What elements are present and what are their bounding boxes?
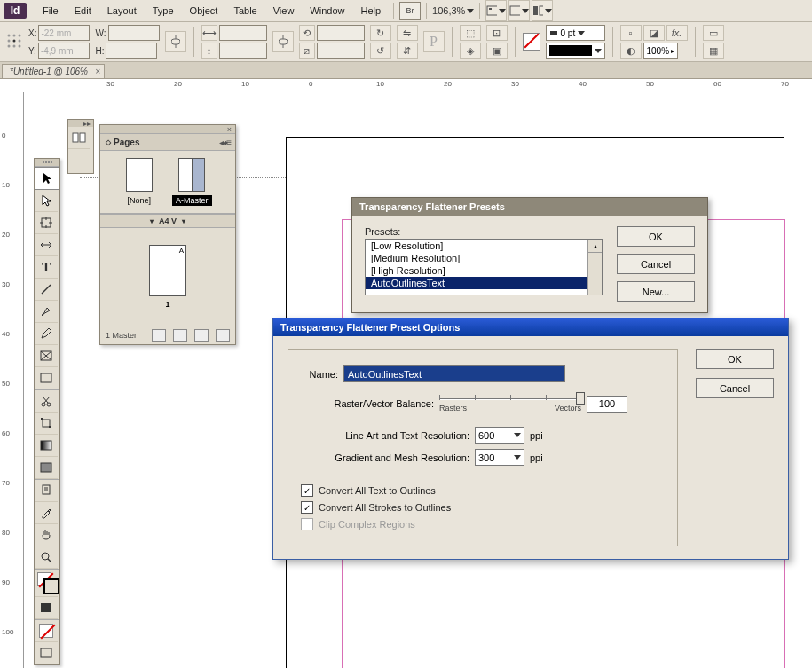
select-container-icon[interactable]: ⬚ (460, 25, 481, 41)
rotate-cw-icon[interactable]: ↻ (370, 25, 391, 41)
fx-icon[interactable]: ▫ (620, 25, 642, 41)
dialog-title[interactable]: Transparency Flattener Presets (352, 198, 707, 216)
pages-separator[interactable]: ▾ A4 V ▾ (100, 214, 235, 228)
menu-layout[interactable]: Layout (100, 3, 144, 19)
trash-icon[interactable] (216, 329, 230, 342)
pencil-tool[interactable] (35, 323, 58, 345)
convert-strokes-checkbox[interactable]: ✓Convert All Strokes to Outlines (301, 501, 665, 514)
close-icon[interactable]: × (95, 67, 100, 76)
scale-x-field[interactable] (219, 25, 267, 41)
cancel-button[interactable]: Cancel (617, 254, 695, 274)
menu-file[interactable]: File (35, 3, 66, 19)
gradient-swatch-tool[interactable] (35, 435, 58, 457)
scissors-tool[interactable] (35, 390, 58, 413)
menu-edit[interactable]: Edit (67, 3, 99, 19)
type-tool[interactable]: T (35, 256, 58, 279)
rotate-field[interactable] (317, 25, 365, 41)
rotate-icon[interactable]: ⟲ (299, 25, 315, 41)
menu-help[interactable]: Help (353, 3, 388, 19)
scale-y-icon[interactable]: ↕ (201, 43, 217, 59)
raster-vector-slider[interactable]: RastersVectors (439, 395, 581, 413)
cancel-button[interactable]: Cancel (696, 378, 774, 398)
zoom-tool[interactable] (35, 546, 58, 569)
list-item[interactable]: [High Resolution] (366, 264, 602, 277)
pages-tab[interactable]: ◇ Pages (106, 138, 139, 147)
rectangle-frame-tool[interactable] (35, 345, 58, 367)
menu-window[interactable]: Window (303, 3, 351, 19)
p-style-icon[interactable]: P (423, 31, 445, 52)
fill-swatch[interactable] (523, 33, 540, 51)
drop-shadow-icon[interactable]: ◪ (643, 25, 665, 41)
name-field[interactable]: AutoOutlinesText (343, 365, 565, 382)
screen-mode-icon[interactable] (508, 0, 530, 21)
free-transform-tool[interactable] (35, 413, 58, 435)
stroke-style-field[interactable] (546, 43, 605, 59)
bridge-button[interactable]: Br (399, 2, 421, 20)
list-item[interactable]: [Medium Resolution] (366, 252, 602, 264)
pages-panel-icon[interactable] (68, 127, 90, 149)
ref-point-icon[interactable] (5, 32, 23, 51)
shear-field[interactable] (317, 43, 365, 59)
zoom-level[interactable]: 106,3% (432, 5, 474, 16)
view-options-icon[interactable] (485, 0, 507, 21)
menu-view[interactable]: View (266, 3, 302, 19)
master-a[interactable]: A-Master (172, 158, 212, 206)
line-art-field[interactable]: 600 (475, 427, 524, 444)
menu-type[interactable]: Type (146, 3, 181, 19)
flip-h-icon[interactable]: ⇋ (397, 25, 418, 41)
ok-button[interactable]: OK (696, 349, 774, 369)
h-field[interactable] (106, 43, 157, 59)
gap-tool[interactable] (35, 234, 58, 256)
stroke-weight-field[interactable]: 0 pt (546, 25, 605, 41)
list-item[interactable]: [Low Resolution] (366, 240, 602, 252)
rectangle-tool[interactable] (35, 367, 58, 389)
collapse-icon[interactable]: ◂◂ ▪≡ (219, 138, 235, 147)
page-thumb-1[interactable] (149, 245, 186, 296)
direct-selection-tool[interactable] (35, 190, 58, 212)
new-button[interactable]: New... (617, 281, 695, 302)
panel-grip[interactable] (35, 159, 59, 167)
effects-icon[interactable]: fx. (666, 25, 688, 41)
y-field[interactable]: -4,9 mm (38, 43, 90, 59)
constrain-icon[interactable] (165, 31, 186, 52)
fit-content-icon[interactable]: ⊡ (486, 25, 508, 41)
menu-object[interactable]: Object (183, 3, 225, 19)
apply-color-icon[interactable] (35, 597, 58, 619)
convert-text-checkbox[interactable]: ✓Convert All Text to Outlines (301, 484, 665, 497)
arrange-docs-icon[interactable] (532, 0, 553, 21)
hand-tool[interactable] (35, 524, 58, 546)
flip-v-icon[interactable]: ⇵ (397, 43, 418, 59)
collapsed-panel-strip[interactable]: ▸▸ (67, 119, 94, 174)
new-page-icon[interactable] (194, 329, 209, 342)
constrain-scale-icon[interactable] (272, 31, 294, 52)
opacity-icon[interactable]: ◐ (620, 43, 642, 59)
menu-table[interactable]: Table (226, 3, 264, 19)
vertical-ruler[interactable]: 0 10 20 30 40 50 60 70 80 90 100 110 (0, 92, 24, 668)
ok-button[interactable]: OK (617, 226, 695, 247)
expand-icon[interactable]: ▸▸ (83, 120, 91, 128)
shear-icon[interactable]: ⧄ (299, 43, 315, 59)
dialog-title[interactable]: Transparency Flattener Preset Options (273, 318, 788, 336)
line-tool[interactable] (35, 279, 58, 301)
default-fill-stroke[interactable] (35, 620, 58, 642)
scrollbar[interactable]: ▴ (587, 240, 602, 295)
footer-icon[interactable] (152, 329, 166, 342)
presets-list[interactable]: [Low Resolution] [Medium Resolution] [Hi… (365, 239, 603, 295)
list-item[interactable]: AutoOutlinesText (366, 277, 602, 289)
close-icon[interactable]: × (227, 125, 232, 134)
w-field[interactable] (108, 25, 160, 41)
wrap-none-icon[interactable]: ▭ (703, 25, 724, 41)
document-tab[interactable]: *Untitled-1 @ 106% × (2, 64, 105, 78)
gradient-feather-tool[interactable] (35, 457, 58, 479)
fill-frame-icon[interactable]: ▣ (486, 43, 508, 59)
opacity-field[interactable]: 100%▸ (643, 43, 679, 59)
eyedropper-tool[interactable] (35, 502, 58, 524)
raster-vector-value[interactable]: 100 (587, 396, 627, 413)
fill-stroke-swatch[interactable] (35, 570, 58, 597)
page-tool[interactable] (35, 212, 58, 234)
wrap-around-icon[interactable]: ▦ (703, 43, 724, 59)
pen-tool[interactable] (35, 301, 58, 323)
view-mode-icon[interactable] (35, 642, 58, 664)
gradient-mesh-field[interactable]: 300 (475, 449, 524, 466)
x-field[interactable]: -22 mm (38, 25, 90, 41)
